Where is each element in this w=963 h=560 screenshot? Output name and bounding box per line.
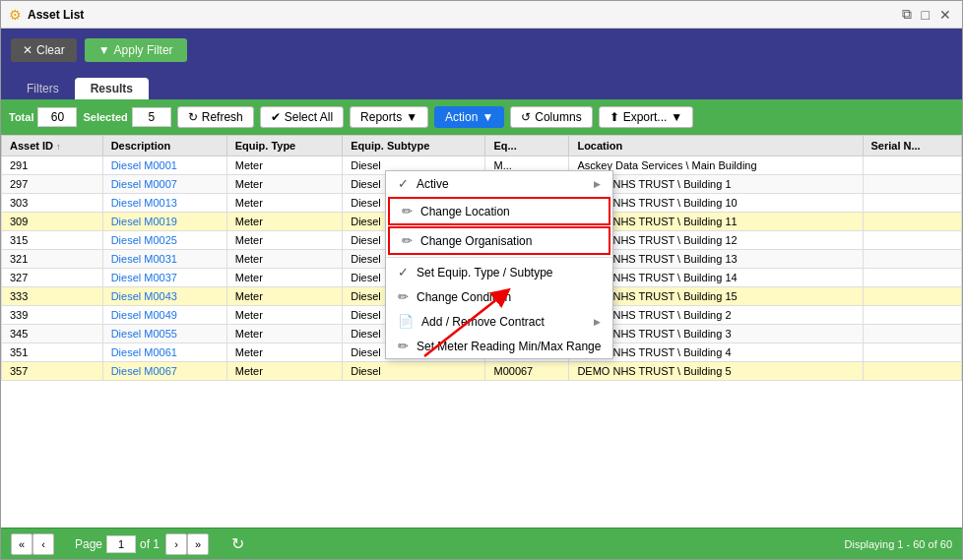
col-location[interactable]: Location	[569, 136, 863, 156]
cell	[863, 231, 962, 250]
col-serial[interactable]: Serial N...	[863, 136, 962, 156]
menu-item-set-meter-reading-min/max-range[interactable]: ✏Set Meter Reading Min/Max Range	[386, 334, 612, 358]
cell	[863, 156, 962, 175]
asset-id-cell[interactable]: 351	[2, 343, 103, 362]
export-icon: ⬆	[610, 110, 619, 124]
total-group: Total 60	[9, 107, 77, 127]
clear-button[interactable]: ✕ Clear	[11, 38, 77, 62]
tab-filters[interactable]: Filters	[11, 78, 75, 99]
cell	[863, 325, 962, 343]
select-all-button[interactable]: ✔ Select All	[260, 106, 344, 128]
pagination: « ‹ Page of 1 › » ↻ Displaying 1 - 60 of…	[1, 528, 962, 559]
menu-item-active[interactable]: ✓Active	[386, 171, 612, 196]
cell	[863, 343, 962, 362]
menu-item-icon: ✏	[398, 339, 409, 353]
description-cell[interactable]: Diesel M0049	[102, 306, 226, 325]
asset-id-cell[interactable]: 339	[2, 306, 103, 325]
cell	[863, 287, 962, 306]
page-of: of 1	[140, 537, 160, 551]
menu-item-change-location[interactable]: ✏Change Location	[388, 197, 610, 225]
menu-item-label: Change Location	[420, 205, 510, 218]
next-page-button[interactable]: ›	[165, 533, 187, 555]
toolbar: Total 60 Selected 5 ↻ Refresh ✔ Select A…	[1, 99, 962, 135]
cell	[863, 250, 962, 269]
reports-dropdown-icon: ▼	[406, 110, 417, 124]
menu-item-label: Add / Remove Contract	[421, 315, 545, 329]
description-cell[interactable]: Diesel M0025	[102, 231, 226, 250]
total-label: Total	[9, 111, 33, 123]
description-cell[interactable]: Diesel M0067	[102, 362, 226, 381]
window-title: Asset List	[28, 8, 899, 22]
maximize-button[interactable]: □	[919, 6, 932, 23]
asset-id-cell[interactable]: 315	[2, 231, 103, 250]
asset-id-cell[interactable]: 321	[2, 250, 103, 269]
cell	[863, 194, 962, 213]
cell: Meter	[226, 213, 343, 231]
description-cell[interactable]: Diesel M0013	[102, 194, 226, 213]
description-cell[interactable]: Diesel M0043	[102, 287, 226, 306]
title-bar: ⚙ Asset List ⧉ □ ✕	[1, 1, 962, 29]
description-cell[interactable]: Diesel M0037	[102, 269, 226, 287]
col-equip-type[interactable]: Equip. Type	[226, 136, 343, 156]
cell: Meter	[226, 156, 343, 175]
col-eq[interactable]: Eq...	[485, 136, 569, 156]
first-page-button[interactable]: «	[11, 533, 32, 555]
menu-item-icon: ✏	[398, 289, 409, 304]
restore-button[interactable]: ⧉	[899, 6, 915, 23]
asset-id-cell[interactable]: 309	[2, 213, 103, 231]
menu-item-change-condition[interactable]: ✏Change Condition	[386, 284, 612, 309]
description-cell[interactable]: Diesel M0007	[102, 175, 226, 194]
description-cell[interactable]: Diesel M0019	[102, 213, 226, 231]
asset-id-cell[interactable]: 333	[2, 287, 103, 306]
description-cell[interactable]: Diesel M0061	[102, 343, 226, 362]
menu-item-icon: ✏	[402, 233, 413, 248]
cell	[863, 362, 962, 381]
prev-page-button[interactable]: ‹	[32, 533, 54, 555]
asset-id-cell[interactable]: 357	[2, 362, 103, 381]
menu-item-icon: ✏	[402, 204, 413, 218]
page-info: Page of 1	[75, 535, 160, 553]
menu-item-add-/-remove-contract[interactable]: 📄Add / Remove Contract	[386, 309, 612, 334]
apply-filter-button[interactable]: ▼ Apply Filter	[85, 38, 187, 62]
table-header-row: Asset ID ↑ Description Equip. Type Equip…	[2, 136, 962, 156]
last-page-button[interactable]: »	[187, 533, 209, 555]
menu-item-set-equip.-type-/-subtype[interactable]: ✓Set Equip. Type / Subtype	[386, 260, 612, 284]
col-equip-subtype[interactable]: Equip. Subtype	[343, 136, 485, 156]
cell: Meter	[226, 175, 343, 194]
main-window: ⚙ Asset List ⧉ □ ✕ ✕ Clear ▼ Apply Filte…	[0, 0, 963, 560]
cell	[863, 175, 962, 194]
action-dropdown-icon: ▼	[482, 110, 493, 124]
description-cell[interactable]: Diesel M0031	[102, 250, 226, 269]
col-description[interactable]: Description	[102, 136, 226, 156]
description-cell[interactable]: Diesel M0001	[102, 156, 226, 175]
page-input[interactable]	[106, 535, 136, 553]
columns-button[interactable]: ↺ Columns	[510, 106, 592, 128]
menu-item-label: Set Meter Reading Min/Max Range	[417, 340, 601, 353]
asset-id-cell[interactable]: 303	[2, 194, 103, 213]
filter-bar: ✕ Clear ▼ Apply Filter	[1, 29, 962, 72]
tab-results[interactable]: Results	[75, 78, 149, 99]
reports-button[interactable]: Reports ▼	[350, 106, 428, 128]
menu-item-change-organisation[interactable]: ✏Change Organisation	[388, 226, 610, 255]
refresh-button[interactable]: ↻ Refresh	[177, 106, 254, 128]
check-icon: ✔	[271, 110, 281, 124]
selected-label: Selected	[83, 111, 127, 123]
menu-item-icon: 📄	[398, 314, 414, 329]
menu-item-label: Set Equip. Type / Subtype	[417, 266, 553, 280]
cell: Diesel	[343, 362, 485, 381]
table-row[interactable]: 357Diesel M0067MeterDieselM00067DEMO NHS…	[2, 362, 962, 381]
col-asset-id[interactable]: Asset ID ↑	[2, 136, 103, 156]
asset-id-cell[interactable]: 297	[2, 175, 103, 194]
table-container: Asset ID ↑ Description Equip. Type Equip…	[1, 135, 962, 528]
description-cell[interactable]: Diesel M0055	[102, 325, 226, 343]
selected-group: Selected 5	[83, 107, 170, 127]
asset-id-cell[interactable]: 291	[2, 156, 103, 175]
action-button[interactable]: Action ▼	[434, 106, 504, 128]
pagination-refresh-icon[interactable]: ↻	[231, 534, 244, 553]
asset-id-cell[interactable]: 345	[2, 325, 103, 343]
export-button[interactable]: ⬆ Export... ▼	[599, 106, 694, 128]
page-label: Page	[75, 537, 102, 551]
cell	[863, 213, 962, 231]
close-button[interactable]: ✕	[936, 6, 954, 23]
asset-id-cell[interactable]: 327	[2, 269, 103, 287]
